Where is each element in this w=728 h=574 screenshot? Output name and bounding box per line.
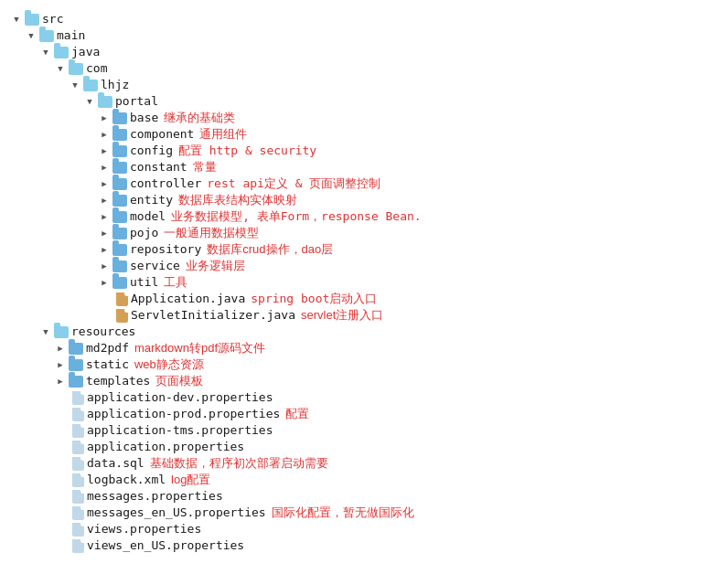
folder-icon-config bbox=[112, 145, 127, 157]
annotation-servlet-initializer: servlet注册入口 bbox=[301, 307, 383, 324]
folder-icon-resources bbox=[54, 326, 69, 338]
annotation-service: 业务逻辑层 bbox=[186, 258, 245, 274]
toggle-java[interactable]: ▼ bbox=[40, 47, 51, 58]
toggle-src[interactable]: ▼ bbox=[11, 14, 22, 25]
tree-node-resources[interactable]: ▼ resources bbox=[11, 324, 717, 340]
toggle-component[interactable]: ▶ bbox=[99, 129, 110, 140]
tree-node-constant[interactable]: ▶ constant 常量 bbox=[11, 159, 717, 175]
tree-node-entity[interactable]: ▶ entity 数据库表结构实体映射 bbox=[11, 192, 717, 208]
file-icon-logback bbox=[72, 473, 84, 487]
label-util: util bbox=[130, 274, 158, 291]
file-icon-messages bbox=[72, 490, 84, 504]
toggle-util[interactable]: ▶ bbox=[99, 277, 110, 288]
annotation-static: web静态资源 bbox=[134, 356, 204, 373]
tree-node-repository[interactable]: ▶ repository 数据库crud操作，dao层 bbox=[11, 241, 717, 258]
tree-node-views-props[interactable]: views.properties bbox=[11, 521, 717, 537]
folder-icon-component bbox=[112, 129, 127, 141]
folder-icon-service bbox=[112, 260, 127, 272]
label-portal: portal bbox=[115, 93, 158, 110]
label-controller: controller bbox=[130, 175, 201, 192]
tree-node-service[interactable]: ▶ service 业务逻辑层 bbox=[11, 258, 717, 274]
annotation-md2pdf: markdown转pdf源码文件 bbox=[134, 340, 265, 356]
folder-icon-util bbox=[112, 277, 127, 289]
tree-node-config[interactable]: ▶ config 配置 http & security bbox=[11, 143, 717, 159]
label-data-sql: data.sql bbox=[87, 455, 145, 472]
tree-node-model[interactable]: ▶ model 业务数据模型, 表单Form，response Bean. bbox=[11, 208, 717, 225]
label-constant: constant bbox=[130, 159, 187, 175]
toggle-pojo[interactable]: ▶ bbox=[99, 228, 110, 239]
toggle-com[interactable]: ▼ bbox=[55, 63, 66, 74]
tree-node-views-en-props[interactable]: views_en_US.properties bbox=[11, 537, 717, 554]
tree-node-app-tms-props[interactable]: application-tms.properties bbox=[11, 422, 717, 439]
tree-node-pojo[interactable]: ▶ pojo 一般通用数据模型 bbox=[11, 225, 717, 241]
label-config: config bbox=[130, 143, 173, 159]
tree-node-md2pdf[interactable]: ▶ md2pdf markdown转pdf源码文件 bbox=[11, 340, 717, 356]
tree-node-java[interactable]: ▼ java bbox=[11, 44, 717, 60]
folder-icon-main bbox=[39, 30, 54, 42]
label-static: static bbox=[86, 356, 129, 373]
toggle-lhjz[interactable]: ▼ bbox=[70, 80, 80, 90]
java-file-icon-servlet bbox=[116, 309, 128, 323]
toggle-config[interactable]: ▶ bbox=[99, 145, 110, 156]
toggle-repository[interactable]: ▶ bbox=[99, 244, 110, 255]
file-icon-app-dev bbox=[72, 391, 84, 405]
tree-node-templates[interactable]: ▶ templates 页面模板 bbox=[11, 373, 717, 389]
tree-node-com[interactable]: ▼ com bbox=[11, 60, 717, 77]
annotation-application-java: spring boot启动入口 bbox=[251, 291, 377, 307]
file-icon-messages-en bbox=[72, 506, 84, 520]
tree-node-app-prod-props[interactable]: application-prod.properties 配置 bbox=[11, 406, 717, 422]
tree-node-data-sql[interactable]: data.sql 基础数据，程序初次部署启动需要 bbox=[11, 455, 717, 472]
label-main: main bbox=[57, 27, 85, 44]
tree-node-component[interactable]: ▶ component 通用组件 bbox=[11, 126, 717, 143]
label-component: component bbox=[130, 126, 194, 143]
folder-icon-templates bbox=[69, 376, 83, 388]
annotation-util: 工具 bbox=[164, 274, 187, 291]
folder-icon-md2pdf bbox=[69, 343, 83, 355]
toggle-base[interactable]: ▶ bbox=[99, 112, 110, 123]
tree-node-app-dev-props[interactable]: application-dev.properties bbox=[11, 389, 717, 406]
file-icon-views bbox=[72, 523, 84, 537]
toggle-service[interactable]: ▶ bbox=[99, 260, 110, 271]
tree-node-messages-props[interactable]: messages.properties bbox=[11, 488, 717, 505]
label-base: base bbox=[130, 110, 158, 126]
toggle-templates[interactable]: ▶ bbox=[55, 376, 66, 387]
label-templates: templates bbox=[86, 373, 150, 389]
label-application-java: Application.java bbox=[131, 291, 245, 307]
label-md2pdf: md2pdf bbox=[86, 340, 129, 356]
label-entity: entity bbox=[130, 192, 173, 208]
toggle-main[interactable]: ▼ bbox=[26, 30, 37, 41]
tree-node-servlet-initializer[interactable]: ServletInitializer.java servlet注册入口 bbox=[11, 307, 717, 324]
label-app-tms-props: application-tms.properties bbox=[87, 422, 273, 439]
tree-node-portal[interactable]: ▼ portal bbox=[11, 93, 717, 110]
tree-node-static[interactable]: ▶ static web静态资源 bbox=[11, 356, 717, 373]
toggle-model[interactable]: ▶ bbox=[99, 211, 110, 222]
annotation-pojo: 一般通用数据模型 bbox=[164, 225, 259, 241]
label-messages-en-props: messages_en_US.properties bbox=[87, 505, 266, 521]
label-views-props: views.properties bbox=[87, 521, 201, 537]
folder-icon-java bbox=[54, 47, 69, 58]
toggle-entity[interactable]: ▶ bbox=[99, 195, 110, 206]
tree-node-app-props[interactable]: application.properties bbox=[11, 439, 717, 455]
tree-node-messages-en-props[interactable]: messages_en_US.properties 国际化配置，暂无做国际化 bbox=[11, 505, 717, 521]
tree-node-logback-xml[interactable]: logback.xml log配置 bbox=[11, 472, 717, 488]
annotation-logback-xml: log配置 bbox=[171, 472, 210, 488]
tree-node-src[interactable]: ▼ src bbox=[11, 11, 717, 27]
toggle-controller[interactable]: ▶ bbox=[99, 178, 110, 189]
label-logback-xml: logback.xml bbox=[87, 472, 166, 488]
tree-node-controller[interactable]: ▶ controller rest api定义 & 页面调整控制 bbox=[11, 175, 717, 192]
tree-node-main[interactable]: ▼ main bbox=[11, 27, 717, 44]
toggle-constant[interactable]: ▶ bbox=[99, 162, 110, 173]
toggle-resources[interactable]: ▼ bbox=[40, 326, 51, 337]
folder-icon-model bbox=[112, 211, 127, 223]
folder-icon-lhjz bbox=[83, 80, 98, 91]
tree-node-application-java[interactable]: Application.java spring boot启动入口 bbox=[11, 291, 717, 307]
toggle-portal[interactable]: ▼ bbox=[84, 96, 95, 107]
file-tree: ▼ src ▼ main ▼ java ▼ com ▼ lhjz bbox=[4, 7, 724, 558]
tree-node-util[interactable]: ▶ util 工具 bbox=[11, 274, 717, 291]
folder-icon-portal bbox=[98, 96, 112, 108]
tree-node-lhjz[interactable]: ▼ lhjz bbox=[11, 77, 717, 93]
label-lhjz: lhjz bbox=[101, 77, 129, 93]
tree-node-base[interactable]: ▶ base 继承的基础类 bbox=[11, 110, 717, 126]
toggle-md2pdf[interactable]: ▶ bbox=[55, 343, 66, 354]
toggle-static[interactable]: ▶ bbox=[55, 359, 66, 370]
